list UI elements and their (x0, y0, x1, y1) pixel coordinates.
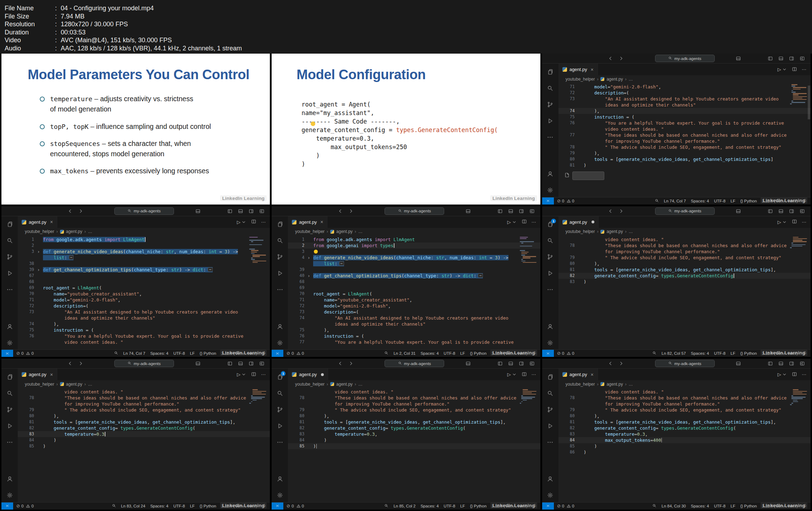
code-editor[interactable]: video content ideas. "78 "These ideas sh… (18, 388, 270, 502)
code-line[interactable]: 80 ), (558, 261, 811, 267)
language-mode[interactable]: {} Python (200, 504, 216, 508)
split-editor-icon[interactable] (792, 219, 797, 225)
code-line[interactable]: for improving YouTube channel performanc… (558, 249, 811, 255)
eol-indicator[interactable]: LF (460, 351, 465, 355)
editor-more-actions-icon[interactable]: ⋯ (802, 372, 806, 377)
run-debug-icon[interactable] (276, 270, 283, 277)
tab-agent-py[interactable]: agent.py× (558, 369, 598, 380)
close-tab-icon[interactable]: × (50, 372, 53, 377)
screencast-zoom-icon[interactable] (384, 351, 388, 356)
source-control-icon[interactable] (6, 254, 13, 261)
search-icon[interactable] (276, 237, 283, 244)
folded-code-badge[interactable]: ⋯ (69, 255, 73, 260)
toggle-sidebar-icon[interactable] (767, 360, 774, 367)
run-python-file-button[interactable]: ▷ (507, 372, 517, 377)
code-line[interactable]: 85) (288, 443, 540, 449)
code-line[interactable]: 73 description=( (288, 309, 540, 315)
code-line[interactable]: video content ideas. " (558, 389, 811, 395)
customize-layout-icon[interactable] (799, 208, 806, 214)
explorer-icon[interactable] (6, 221, 13, 228)
cursor-position[interactable]: Ln 84, Col 30 (661, 504, 686, 508)
encoding-indicator[interactable]: UTF-8 (714, 351, 726, 355)
code-line[interactable]: 70root_agent = LlmAgent( (288, 291, 540, 297)
code-line[interactable]: 83 temperature=0.3, (558, 431, 811, 437)
code-editor[interactable]: video content ideas. "78 "These ideas sh… (288, 388, 540, 502)
code-line[interactable]: 80 ), (288, 413, 540, 419)
code-line[interactable]: 71 name="youtube_creator_assistant", (288, 297, 540, 303)
code-editor[interactable]: video content ideas. "78 "These ideas sh… (558, 235, 811, 350)
code-line[interactable]: 79 " The advice should include SEO, enga… (558, 407, 811, 413)
code-line[interactable]: 69root_agent = LlmAgent( (18, 285, 270, 291)
remote-indicator[interactable] (272, 350, 283, 357)
eol-indicator[interactable]: LF (731, 351, 735, 355)
account-icon[interactable] (547, 475, 554, 483)
encoding-indicator[interactable]: UTF-8 (173, 504, 185, 508)
run-debug-icon[interactable] (547, 270, 554, 277)
split-editor-icon[interactable] (251, 219, 256, 225)
search-icon[interactable] (547, 85, 554, 92)
toggle-panel-icon[interactable] (735, 360, 742, 367)
customize-layout-icon[interactable] (529, 360, 535, 367)
language-mode[interactable]: {} Python (740, 199, 757, 203)
editor-more-actions-icon[interactable]: ⋯ (802, 219, 806, 225)
code-line[interactable]: 86) (558, 449, 811, 455)
cursor-position[interactable]: Ln 83, Col 24 (121, 504, 145, 508)
split-editor-icon[interactable] (792, 66, 797, 73)
settings-gear-icon[interactable] (276, 492, 283, 499)
eol-indicator[interactable]: LF (731, 199, 735, 203)
code-line[interactable]: video content ideas. " (558, 126, 811, 132)
remote-indicator[interactable] (1, 502, 13, 510)
explorer-icon[interactable] (547, 373, 554, 380)
account-icon[interactable] (276, 475, 283, 483)
code-line[interactable]: ideas and optimize their channels" (558, 102, 811, 108)
customize-layout-icon[interactable] (258, 208, 265, 214)
settings-gear-icon[interactable] (6, 339, 13, 346)
run-debug-icon[interactable] (276, 422, 283, 429)
code-line[interactable]: 39›def get_channel_optimization_tips(cha… (18, 267, 270, 273)
source-control-icon[interactable] (547, 101, 554, 108)
language-mode[interactable]: {} Python (740, 351, 757, 355)
screencast-zoom-icon[interactable] (112, 504, 116, 509)
run-python-file-button[interactable]: ▷ (237, 372, 246, 377)
toggle-sidebar-icon[interactable] (227, 208, 233, 214)
toggle-bottom-panel-icon[interactable] (778, 208, 784, 214)
problems-indicator[interactable]: 00 (557, 199, 576, 203)
toggle-sidebar-icon[interactable] (767, 55, 774, 62)
code-line[interactable]: video content ideas. " (288, 389, 540, 395)
language-mode[interactable]: {} Python (200, 351, 216, 355)
code-line[interactable]: 85 ) (558, 443, 811, 449)
modified-dot-icon[interactable] (592, 221, 594, 223)
code-line[interactable]: 82 generate_content_config= types.Genera… (288, 425, 540, 431)
toggle-sidebar-icon[interactable] (497, 360, 503, 367)
toggle-sidebar-icon[interactable] (227, 360, 233, 367)
run-python-file-button[interactable]: ▷ (778, 372, 787, 377)
screencast-zoom-icon[interactable] (652, 351, 656, 356)
toggle-bottom-panel-icon[interactable] (778, 360, 784, 367)
eol-indicator[interactable]: LF (190, 351, 195, 355)
account-icon[interactable] (547, 170, 554, 178)
language-mode[interactable]: {} Python (470, 504, 487, 508)
tab-agent-py[interactable]: agent.py (558, 216, 599, 228)
folded-code-badge[interactable]: ⋯ (339, 261, 344, 266)
search-icon[interactable] (547, 390, 554, 397)
more-views-icon[interactable] (276, 286, 283, 293)
code-line[interactable]: 74 "An AI assistant designed to help You… (288, 315, 540, 321)
code-line[interactable]: 76 "You are a helpful Youtube expert. Yo… (18, 333, 270, 339)
run-python-file-button[interactable]: ▷ (507, 219, 517, 225)
breadcrumb[interactable]: youtube_helper›agent.py›… (288, 380, 540, 388)
toggle-bottom-panel-icon[interactable] (237, 360, 244, 367)
screencast-zoom-icon[interactable] (114, 351, 118, 356)
problems-indicator[interactable]: 00 (16, 351, 35, 355)
tab-agent-py[interactable]: agent.py (288, 369, 328, 380)
back-arrow-icon[interactable] (67, 360, 73, 367)
remote-indicator[interactable] (272, 502, 283, 510)
forward-arrow-icon[interactable] (77, 360, 84, 367)
code-editor[interactable]: 71 model="gemini-2.0-flash",72 descripti… (558, 83, 811, 197)
remote-indicator[interactable] (542, 350, 554, 357)
run-python-file-button[interactable]: ▷ (778, 219, 787, 225)
eol-indicator[interactable]: LF (731, 504, 735, 508)
run-debug-icon[interactable] (6, 422, 13, 429)
explorer-icon[interactable] (547, 68, 554, 75)
folded-code-badge[interactable]: ⋯ (208, 267, 212, 272)
code-line[interactable]: 3 (288, 249, 540, 255)
